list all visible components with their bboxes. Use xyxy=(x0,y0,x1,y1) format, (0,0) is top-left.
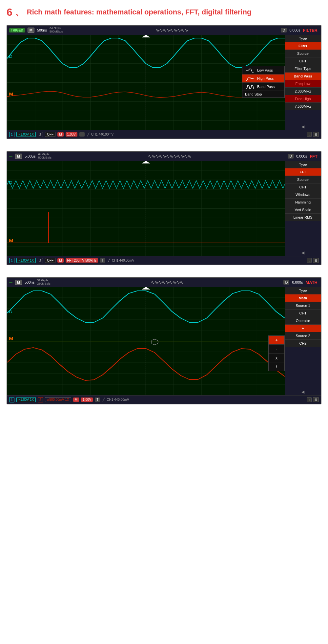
time-pos-3: 0.000s xyxy=(292,280,303,284)
filter-type-menu: Low Pass High Pass Band Pass Band Stop xyxy=(242,66,285,98)
bb3-trigger: CH1 440.00mV xyxy=(107,398,129,401)
rp1-filter-type[interactable]: Filter Type xyxy=(285,65,321,73)
rp2-vert-scale[interactable]: Vert Scale xyxy=(285,206,321,214)
rp3-arrow: ◀ xyxy=(285,389,321,395)
screen-title-1: FILTER xyxy=(303,28,319,33)
rp1-arrow: ◀ xyxy=(285,123,321,130)
bb1-slash: ╱ xyxy=(87,133,89,136)
sample-rate-3: 32.0kpts 250MSa/s xyxy=(37,279,51,286)
rp1-filter[interactable]: Filter xyxy=(285,42,321,50)
rp2-hamming[interactable]: Hamming xyxy=(285,199,321,206)
rp1-type[interactable]: Type xyxy=(285,35,321,42)
m-badge-3: M xyxy=(15,280,22,285)
rp3-ch2[interactable]: CH2 xyxy=(285,340,321,347)
rp3-spacer xyxy=(285,347,321,389)
bb2-t: T xyxy=(100,258,105,263)
waveform-area-1: M D Low Pass High Pass Band Pass B xyxy=(7,35,285,130)
topbar-2: M 5.00μs 64.0kpts 500MSa/s ∿∿∿∿∿∿∿∿∿∿∿∿ … xyxy=(7,152,321,161)
header-separator: 、 xyxy=(15,6,24,18)
rp1-ch1[interactable]: CH1 xyxy=(285,57,321,65)
bb3-m: M xyxy=(73,397,79,402)
bottombar-3: 1 ~1.00V 1X 2 π500.00mV 1X M 1.00V T ╱ C… xyxy=(7,395,321,404)
bb1-icon2[interactable]: ⊞ xyxy=(313,132,319,137)
page-header: 6 、 Rich math features: mathematical ope… xyxy=(0,0,328,22)
bb3-ch1-num: 1 xyxy=(9,397,14,402)
bb2-ch2: OFF xyxy=(45,258,55,263)
filter-menu-item-lowpass: Low Pass xyxy=(242,66,284,75)
bb3-ch2: π500.00mV 1X xyxy=(45,397,71,402)
signal-icon-2: ∿∿∿∿∿∿∿∿∿∿∿∿ xyxy=(54,154,285,159)
bb2-icon2[interactable]: ⊞ xyxy=(313,258,319,263)
header-number: 6 xyxy=(7,6,12,18)
bb1-m: M xyxy=(57,132,63,137)
bb3-ch1: ~1.00V 1X xyxy=(16,397,36,402)
bb1-t: T xyxy=(79,132,85,137)
bb2-icon1[interactable]: ↕ xyxy=(307,258,312,263)
rp1-band-pass[interactable]: Band Pass xyxy=(285,73,321,80)
waveform-area-2: M D xyxy=(7,161,285,256)
oscilloscope-screen-1: TRIGED M 500ns 64.0kpts 500MSa/s ∿∿∿∿∿∿∿… xyxy=(7,25,321,139)
op-multiply: x xyxy=(269,354,284,362)
rp2-type[interactable]: Type xyxy=(285,161,321,168)
bb2-ch2-num: 2 xyxy=(38,258,43,263)
rp1-spacer xyxy=(285,110,321,123)
op-minus: - xyxy=(269,345,284,354)
svg-text:D: D xyxy=(9,310,12,314)
rightpanel-3: Type Math Source 1 CH1 Operator + Source… xyxy=(285,287,321,395)
waveform-area-3: D M + - x / xyxy=(7,287,285,395)
timebase-3: 500ns xyxy=(25,280,34,284)
filter-menu-item-highpass: High Pass xyxy=(242,75,284,83)
rp2-windows[interactable]: Windows xyxy=(285,191,321,199)
bb1-icons: ↕ ⊞ xyxy=(307,132,319,137)
rp2-linear-rms[interactable]: Linear RMS xyxy=(285,214,321,221)
bb2-icons: ↕ ⊞ xyxy=(307,258,319,263)
waveform-svg-3: D M xyxy=(7,287,285,395)
bb1-ch2: OFF xyxy=(45,132,55,137)
rp1-freq-high-val[interactable]: 7.500MHz xyxy=(285,103,321,110)
filter-menu-item-bandstop: Band Stop xyxy=(242,91,284,97)
rp1-source[interactable]: Source xyxy=(285,50,321,57)
rp3-operator[interactable]: Operator xyxy=(285,317,321,325)
bb3-m-val: 1.00V xyxy=(81,397,93,402)
rp1-freq-low-val[interactable]: 2.000MHz xyxy=(285,88,321,95)
d-badge-2: D xyxy=(288,154,294,159)
bb3-icon1[interactable]: ↕ xyxy=(307,397,312,402)
signal-icon-3: ∿∿∿∿∿∿∿∿∿ xyxy=(53,280,281,285)
rp3-type[interactable]: Type xyxy=(285,287,321,294)
rp3-math[interactable]: Math xyxy=(285,294,321,302)
bb2-trigger: CH1 440.00mV xyxy=(112,259,134,262)
oscilloscope-screen-3: M 500ns 32.0kpts 250MSa/s ∿∿∿∿∿∿∿∿∿ D 0.… xyxy=(7,277,321,404)
rp1-freq-high[interactable]: Freq High xyxy=(285,95,321,103)
rp3-ch1[interactable]: CH1 xyxy=(285,310,321,317)
svg-text:M: M xyxy=(9,336,13,341)
rp3-plus[interactable]: + xyxy=(285,325,321,332)
bb1-m-val: 1.00V xyxy=(66,132,77,137)
rp2-source[interactable]: Source xyxy=(285,176,321,183)
rp3-source2[interactable]: Source 2 xyxy=(285,332,321,340)
oscilloscope-screen-2: M 5.00μs 64.0kpts 500MSa/s ∿∿∿∿∿∿∿∿∿∿∿∿ … xyxy=(7,151,321,265)
main-area-2: M D Type FFT Source CH1 Windows Hamming … xyxy=(7,161,321,256)
bb2-slash: ╱ xyxy=(108,259,110,262)
topbar-3: M 500ns 32.0kpts 250MSa/s ∿∿∿∿∿∿∿∿∿ D 0.… xyxy=(7,278,321,287)
rp3-source1[interactable]: Source 1 xyxy=(285,302,321,310)
m-badge-1: M xyxy=(28,28,34,33)
bb3-icons: ↕ ⊞ xyxy=(307,397,319,402)
bottombar-2: 1 ~1.00V 1X 2 OFF M FFT 200mV 500kHz T ╱… xyxy=(7,256,321,265)
operator-menu: + - x / xyxy=(268,335,285,371)
bb1-icon1[interactable]: ↕ xyxy=(307,132,312,137)
op-divide: / xyxy=(269,362,284,371)
bb2-ch1-num: 1 xyxy=(9,258,14,263)
bb1-ch1-num: 1 xyxy=(9,132,14,137)
rp1-freq-low[interactable]: Freq Low xyxy=(285,80,321,88)
time-pos-2: 0.000s xyxy=(296,154,307,158)
rp2-fft[interactable]: FFT xyxy=(285,168,321,176)
bb2-ch1: ~1.00V 1X xyxy=(16,258,36,263)
bb1-ch1: ~1.00V 1X xyxy=(16,132,36,137)
d-badge-1: D xyxy=(281,28,287,32)
bb3-icon2[interactable]: ⊞ xyxy=(313,397,319,402)
svg-text:M: M xyxy=(9,239,13,243)
triged-badge-1: TRIGED xyxy=(9,28,25,32)
op-plus: + xyxy=(269,336,284,345)
header-text: Rich math features: mathematical operati… xyxy=(27,8,252,16)
rp2-ch1[interactable]: CH1 xyxy=(285,183,321,191)
